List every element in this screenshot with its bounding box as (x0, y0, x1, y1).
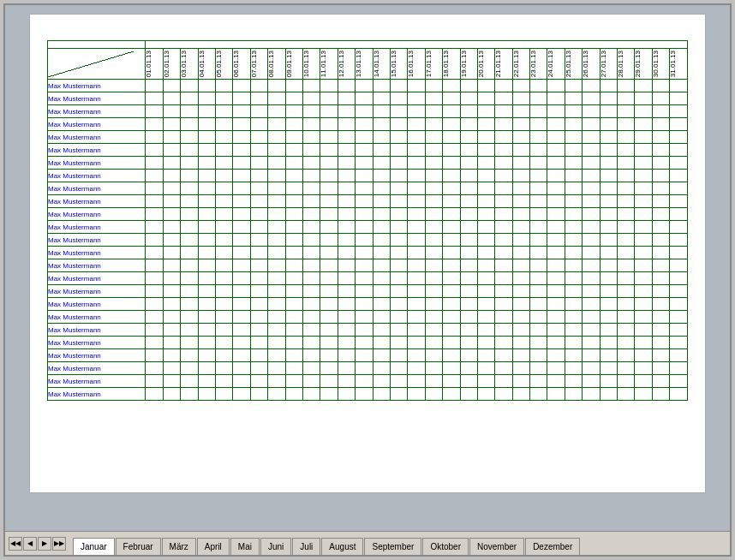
data-cell-17-9[interactable] (303, 298, 320, 311)
data-cell-16-25[interactable] (583, 285, 600, 298)
data-cell-7-14[interactable] (390, 170, 407, 182)
data-cell-13-25[interactable] (583, 247, 600, 259)
data-cell-16-27[interactable] (618, 285, 635, 298)
data-cell-5-22[interactable] (530, 144, 547, 157)
data-cell-12-9[interactable] (303, 234, 320, 247)
data-cell-24-18[interactable] (460, 388, 477, 401)
data-cell-22-13[interactable] (373, 362, 390, 375)
data-cell-21-2[interactable] (181, 349, 198, 362)
data-cell-0-7[interactable] (268, 80, 285, 92)
data-cell-4-23[interactable] (547, 131, 565, 144)
data-cell-0-6[interactable] (250, 80, 267, 92)
data-cell-8-28[interactable] (635, 182, 652, 195)
tab-november[interactable]: November (469, 538, 524, 555)
data-cell-3-29[interactable] (652, 118, 669, 131)
data-cell-11-17[interactable] (443, 221, 460, 234)
data-cell-15-22[interactable] (530, 272, 547, 285)
data-cell-24-19[interactable] (477, 388, 494, 401)
data-cell-10-26[interactable] (600, 208, 617, 221)
data-cell-14-19[interactable] (477, 259, 494, 272)
data-cell-6-1[interactable] (163, 157, 180, 170)
data-cell-12-23[interactable] (547, 234, 565, 247)
data-cell-14-20[interactable] (495, 259, 512, 272)
data-cell-7-30[interactable] (670, 170, 688, 182)
data-cell-5-26[interactable] (600, 144, 617, 157)
data-cell-19-26[interactable] (600, 324, 617, 337)
data-cell-22-23[interactable] (547, 362, 565, 375)
data-cell-20-9[interactable] (303, 337, 320, 349)
data-cell-1-5[interactable] (233, 92, 250, 105)
data-cell-1-14[interactable] (390, 92, 407, 105)
data-cell-2-26[interactable] (600, 105, 617, 118)
data-cell-1-25[interactable] (583, 92, 600, 105)
data-cell-2-22[interactable] (530, 105, 547, 118)
data-cell-13-13[interactable] (373, 247, 390, 259)
data-cell-16-4[interactable] (216, 285, 233, 298)
data-cell-6-3[interactable] (198, 157, 215, 170)
data-cell-8-5[interactable] (233, 182, 250, 195)
data-cell-21-0[interactable] (146, 349, 163, 362)
data-cell-13-24[interactable] (565, 247, 582, 259)
data-cell-18-4[interactable] (216, 311, 233, 324)
data-cell-19-5[interactable] (233, 324, 250, 337)
data-cell-24-3[interactable] (198, 388, 215, 401)
data-cell-15-19[interactable] (477, 272, 494, 285)
data-cell-24-13[interactable] (373, 388, 390, 401)
data-cell-24-16[interactable] (425, 388, 442, 401)
data-cell-24-8[interactable] (285, 388, 302, 401)
data-cell-19-1[interactable] (163, 324, 180, 337)
data-cell-13-9[interactable] (303, 247, 320, 259)
data-cell-17-4[interactable] (216, 298, 233, 311)
data-cell-24-11[interactable] (338, 388, 355, 401)
data-cell-21-9[interactable] (303, 349, 320, 362)
data-cell-1-22[interactable] (530, 92, 547, 105)
data-cell-3-16[interactable] (425, 118, 442, 131)
data-cell-5-6[interactable] (250, 144, 267, 157)
data-cell-7-0[interactable] (146, 170, 163, 182)
data-cell-12-7[interactable] (268, 234, 285, 247)
tab-juni[interactable]: Juni (260, 538, 291, 555)
data-cell-12-2[interactable] (181, 234, 198, 247)
data-cell-11-15[interactable] (408, 221, 425, 234)
data-cell-1-17[interactable] (443, 92, 460, 105)
data-cell-0-1[interactable] (163, 80, 180, 92)
data-cell-24-17[interactable] (443, 388, 460, 401)
data-cell-23-27[interactable] (618, 375, 635, 388)
data-cell-18-27[interactable] (618, 311, 635, 324)
data-cell-23-3[interactable] (198, 375, 215, 388)
data-cell-1-15[interactable] (408, 92, 425, 105)
data-cell-5-4[interactable] (216, 144, 233, 157)
data-cell-17-15[interactable] (408, 298, 425, 311)
data-cell-0-25[interactable] (583, 80, 600, 92)
data-cell-2-12[interactable] (356, 105, 373, 118)
data-cell-21-12[interactable] (356, 349, 373, 362)
data-cell-22-3[interactable] (198, 362, 215, 375)
data-cell-3-7[interactable] (268, 118, 285, 131)
data-cell-14-16[interactable] (425, 259, 442, 272)
data-cell-5-30[interactable] (670, 144, 688, 157)
data-cell-20-15[interactable] (408, 337, 425, 349)
data-cell-9-13[interactable] (373, 195, 390, 208)
data-cell-7-9[interactable] (303, 170, 320, 182)
data-cell-0-29[interactable] (652, 80, 669, 92)
data-cell-2-2[interactable] (181, 105, 198, 118)
data-cell-22-2[interactable] (181, 362, 198, 375)
data-cell-23-30[interactable] (670, 375, 688, 388)
data-cell-12-15[interactable] (408, 234, 425, 247)
data-cell-0-26[interactable] (600, 80, 617, 92)
data-cell-10-7[interactable] (268, 208, 285, 221)
data-cell-13-28[interactable] (635, 247, 652, 259)
data-cell-4-27[interactable] (618, 131, 635, 144)
data-cell-11-5[interactable] (233, 221, 250, 234)
data-cell-4-9[interactable] (303, 131, 320, 144)
data-cell-15-5[interactable] (233, 272, 250, 285)
data-cell-1-8[interactable] (285, 92, 302, 105)
data-cell-9-11[interactable] (338, 195, 355, 208)
data-cell-5-10[interactable] (320, 144, 338, 157)
data-cell-18-12[interactable] (356, 311, 373, 324)
data-cell-2-0[interactable] (146, 105, 163, 118)
data-cell-8-1[interactable] (163, 182, 180, 195)
data-cell-8-19[interactable] (477, 182, 494, 195)
data-cell-13-15[interactable] (408, 247, 425, 259)
data-cell-21-29[interactable] (652, 349, 669, 362)
